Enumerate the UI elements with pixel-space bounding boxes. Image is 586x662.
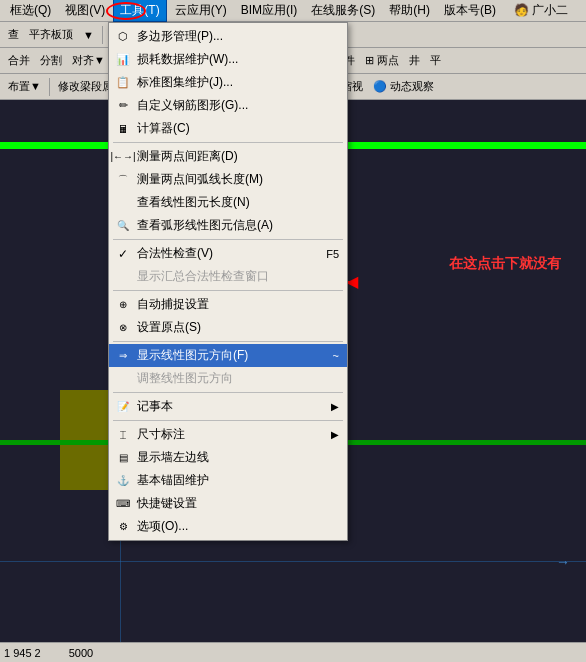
calc-icon: 🖩 xyxy=(113,119,133,139)
dim-icon: ⌶ xyxy=(113,425,133,445)
sep-6 xyxy=(113,420,343,421)
line-len-icon xyxy=(113,193,133,213)
tb-dynamic[interactable]: 🔵 动态观察 xyxy=(369,78,438,95)
std-icon: 📋 xyxy=(113,73,133,93)
ruler-icon: |←→| xyxy=(113,147,133,167)
statusbar: 1 945 2 5000 xyxy=(0,642,586,662)
sep6 xyxy=(49,78,50,96)
menu-shortcut-set[interactable]: ⌨ 快捷键设置 xyxy=(109,492,347,515)
menu-view-arc-info[interactable]: 🔍 查看弧形线性图元信息(A) xyxy=(109,214,347,237)
menu-view-line-len[interactable]: 查看线性图元长度(N) xyxy=(109,191,347,214)
menu-kuangxuan[interactable]: 框选(Q) xyxy=(4,0,57,21)
coord-value: 1 945 2 xyxy=(4,647,41,659)
menu-user[interactable]: 🧑 广小二 xyxy=(508,0,574,21)
sep-5 xyxy=(113,392,343,393)
key-icon: ⌨ xyxy=(113,494,133,514)
menu-tools[interactable]: 工具(T) xyxy=(113,0,166,22)
menu-cloud[interactable]: 云应用(Y) xyxy=(169,0,233,21)
wall-icon: ▤ xyxy=(113,448,133,468)
menu-show-wall[interactable]: ▤ 显示墙左边线 xyxy=(109,446,347,469)
custom-icon: ✏ xyxy=(113,96,133,116)
tb-search[interactable]: 查 xyxy=(4,26,23,43)
tb-pingqi[interactable]: 平齐板顶 xyxy=(25,26,77,43)
menu-auto-snap[interactable]: ⊕ 自动捕捉设置 xyxy=(109,293,347,316)
menu-adjust-line-dir: 调整线性图元方向 xyxy=(109,367,347,390)
menu-show-summary: 显示汇总合法性检查窗口 xyxy=(109,265,347,288)
menu-set-origin[interactable]: ⊗ 设置原点(S) xyxy=(109,316,347,339)
tb-split[interactable]: 分割 xyxy=(36,52,66,69)
tb-layout[interactable]: 布置▼ xyxy=(4,78,45,95)
origin-icon: ⊗ xyxy=(113,318,133,338)
tb-dropdown1[interactable]: ▼ xyxy=(79,28,98,42)
menu-version[interactable]: 版本号(B) xyxy=(438,0,502,21)
menu-dim-mark[interactable]: ⌶ 尺寸标注 ▶ xyxy=(109,423,347,446)
notepad-icon: 📝 xyxy=(113,397,133,417)
menu-bim[interactable]: BIM应用(I) xyxy=(235,0,304,21)
menu-online[interactable]: 在线服务(S) xyxy=(305,0,381,21)
menu-options[interactable]: ⚙ 选项(O)... xyxy=(109,515,347,538)
axis-x-arrow: → xyxy=(556,554,570,570)
menu-notepad[interactable]: 📝 记事本 ▶ xyxy=(109,395,347,418)
arc-icon: ⌒ xyxy=(113,170,133,190)
annotation-text: 在这点击下就没有 xyxy=(449,255,561,273)
menu-polygon-mgmt[interactable]: ⬡ 多边形管理(P)... xyxy=(109,25,347,48)
tb-align[interactable]: 对齐▼ xyxy=(68,52,109,69)
tb-well[interactable]: 井 xyxy=(405,52,424,69)
menu-measure-arc[interactable]: ⌒ 测量两点间弧线长度(M) xyxy=(109,168,347,191)
dim-arrow: ▶ xyxy=(331,429,339,440)
axis-x xyxy=(0,561,586,562)
sep-2 xyxy=(113,239,343,240)
menu-legality[interactable]: 合法性检查(V) F5 xyxy=(109,242,347,265)
menu-std-collect[interactable]: 📋 标准图集维护(J)... xyxy=(109,71,347,94)
anchor-icon: ⚓ xyxy=(113,471,133,491)
menu-show-line-dir[interactable]: ⇒ 显示线性图元方向(F) ~ xyxy=(109,344,347,367)
sep-1 xyxy=(113,142,343,143)
options-icon: ⚙ xyxy=(113,517,133,537)
polygon-mgmt-icon: ⬡ xyxy=(113,27,133,47)
menu-base-lock[interactable]: ⚓ 基本锚固维护 xyxy=(109,469,347,492)
dir-icon: ⇒ xyxy=(113,346,133,366)
summary-icon xyxy=(113,267,133,287)
tb-two-point[interactable]: ⊞ 两点 xyxy=(361,52,403,69)
scale-value: 5000 xyxy=(69,647,93,659)
notepad-arrow: ▶ xyxy=(331,401,339,412)
loss-icon: 📊 xyxy=(113,50,133,70)
menu-measure-dist[interactable]: |←→| 测量两点间距离(D) xyxy=(109,145,347,168)
tb-flat[interactable]: 平 xyxy=(426,52,445,69)
sep-3 xyxy=(113,290,343,291)
menu-custom-shape[interactable]: ✏ 自定义钢筋图形(G)... xyxy=(109,94,347,117)
sep1 xyxy=(102,26,103,44)
legality-icon xyxy=(113,244,133,264)
tb-merge[interactable]: 合并 xyxy=(4,52,34,69)
menubar: 框选(Q) 视图(V) 工具(T) 云应用(Y) BIM应用(I) 在线服务(S… xyxy=(0,0,586,22)
arc-info-icon: 🔍 xyxy=(113,216,133,236)
menu-loss-maintain[interactable]: 📊 损耗数据维护(W)... xyxy=(109,48,347,71)
adjust-dir-icon xyxy=(113,369,133,389)
sep-4 xyxy=(113,341,343,342)
tools-dropdown-menu: ⬡ 多边形管理(P)... 📊 损耗数据维护(W)... 📋 标准图集维护(J)… xyxy=(108,22,348,541)
menu-calculator[interactable]: 🖩 计算器(C) xyxy=(109,117,347,140)
coord-display: 1 945 2 5000 xyxy=(4,647,93,659)
menu-shitu[interactable]: 视图(V) xyxy=(59,0,111,21)
menu-help[interactable]: 帮助(H) xyxy=(383,0,436,21)
snap-icon: ⊕ xyxy=(113,295,133,315)
